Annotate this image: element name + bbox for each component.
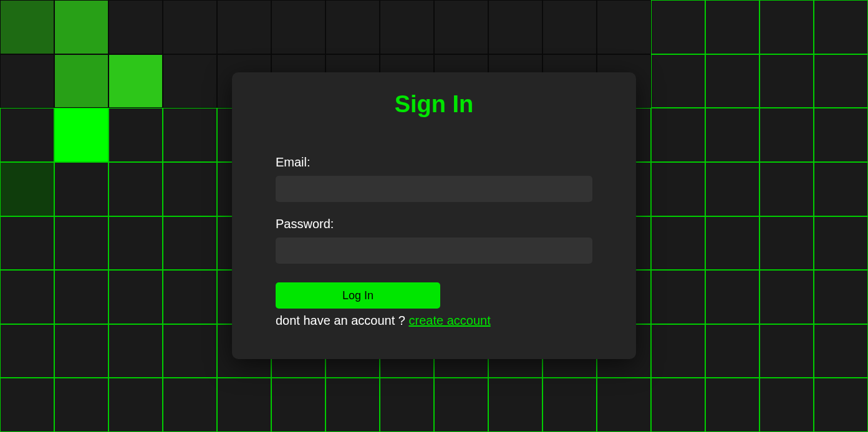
grid-cell bbox=[814, 378, 868, 432]
grid-cell bbox=[326, 0, 380, 54]
grid-cell bbox=[54, 162, 109, 216]
email-input[interactable] bbox=[276, 176, 592, 202]
grid-cell bbox=[705, 378, 760, 432]
grid-cell bbox=[0, 324, 54, 378]
grid-cell bbox=[0, 216, 54, 271]
grid-cell bbox=[705, 270, 760, 324]
password-label: Password: bbox=[276, 217, 592, 231]
grid-cell bbox=[54, 216, 109, 271]
email-group: Email: bbox=[276, 155, 592, 202]
grid-cell bbox=[814, 324, 868, 378]
grid-cell bbox=[597, 378, 651, 432]
grid-cell bbox=[760, 162, 814, 216]
grid-cell bbox=[434, 0, 488, 54]
grid-cell bbox=[109, 162, 163, 216]
grid-cell bbox=[651, 0, 705, 54]
grid-cell bbox=[217, 0, 271, 54]
grid-cell bbox=[760, 0, 814, 54]
grid-cell bbox=[163, 162, 217, 216]
grid-cell bbox=[109, 0, 163, 54]
grid-cell bbox=[0, 162, 54, 216]
grid-cell bbox=[380, 378, 434, 432]
grid-cell bbox=[217, 378, 271, 432]
password-group: Password: bbox=[276, 217, 592, 264]
grid-cell bbox=[705, 0, 760, 54]
grid-cell bbox=[163, 108, 217, 162]
grid-cell bbox=[109, 378, 163, 432]
grid-cell bbox=[54, 0, 109, 54]
grid-cell bbox=[705, 54, 760, 108]
grid-cell bbox=[109, 270, 163, 324]
grid-cell bbox=[271, 378, 326, 432]
grid-cell bbox=[0, 0, 54, 54]
grid-cell bbox=[109, 216, 163, 271]
grid-cell bbox=[814, 0, 868, 54]
grid-cell bbox=[434, 378, 488, 432]
grid-cell bbox=[54, 324, 109, 378]
grid-cell bbox=[597, 0, 651, 54]
grid-cell bbox=[651, 108, 705, 162]
grid-cell bbox=[326, 378, 380, 432]
grid-cell bbox=[0, 108, 54, 162]
grid-cell bbox=[163, 324, 217, 378]
grid-cell bbox=[760, 324, 814, 378]
grid-cell bbox=[651, 270, 705, 324]
grid-cell bbox=[705, 162, 760, 216]
grid-cell bbox=[705, 324, 760, 378]
grid-cell bbox=[109, 108, 163, 162]
grid-cell bbox=[0, 378, 54, 432]
grid-cell bbox=[651, 162, 705, 216]
grid-cell bbox=[814, 270, 868, 324]
grid-cell bbox=[760, 216, 814, 271]
signup-prompt: dont have an account ? create account bbox=[276, 314, 592, 328]
grid-cell bbox=[705, 108, 760, 162]
grid-cell bbox=[651, 378, 705, 432]
grid-cell bbox=[54, 108, 109, 162]
create-account-link[interactable]: create account bbox=[409, 314, 491, 327]
grid-cell bbox=[542, 0, 597, 54]
signin-title: Sign In bbox=[276, 91, 592, 118]
grid-cell bbox=[651, 216, 705, 271]
signin-card: Sign In Email: Password: Log In dont hav… bbox=[232, 72, 636, 359]
grid-cell bbox=[54, 270, 109, 324]
grid-cell bbox=[0, 270, 54, 324]
grid-cell bbox=[814, 162, 868, 216]
login-button[interactable]: Log In bbox=[276, 282, 440, 309]
grid-cell bbox=[760, 378, 814, 432]
grid-cell bbox=[760, 270, 814, 324]
grid-cell bbox=[109, 324, 163, 378]
grid-cell bbox=[163, 0, 217, 54]
grid-cell bbox=[0, 54, 54, 108]
grid-cell bbox=[163, 378, 217, 432]
grid-cell bbox=[54, 54, 109, 108]
grid-cell bbox=[271, 0, 326, 54]
grid-cell bbox=[814, 108, 868, 162]
grid-cell bbox=[163, 216, 217, 271]
grid-cell bbox=[488, 378, 542, 432]
grid-cell bbox=[814, 216, 868, 271]
grid-cell bbox=[163, 54, 217, 108]
grid-cell bbox=[380, 0, 434, 54]
grid-cell bbox=[163, 270, 217, 324]
signup-prompt-text: dont have an account ? bbox=[276, 314, 409, 327]
grid-cell bbox=[651, 54, 705, 108]
grid-cell bbox=[109, 54, 163, 108]
grid-cell bbox=[705, 216, 760, 271]
grid-cell bbox=[488, 0, 542, 54]
grid-cell bbox=[814, 54, 868, 108]
grid-cell bbox=[651, 324, 705, 378]
grid-cell bbox=[760, 108, 814, 162]
password-input[interactable] bbox=[276, 238, 592, 264]
grid-cell bbox=[542, 378, 597, 432]
grid-cell bbox=[760, 54, 814, 108]
email-label: Email: bbox=[276, 155, 592, 170]
grid-cell bbox=[54, 378, 109, 432]
